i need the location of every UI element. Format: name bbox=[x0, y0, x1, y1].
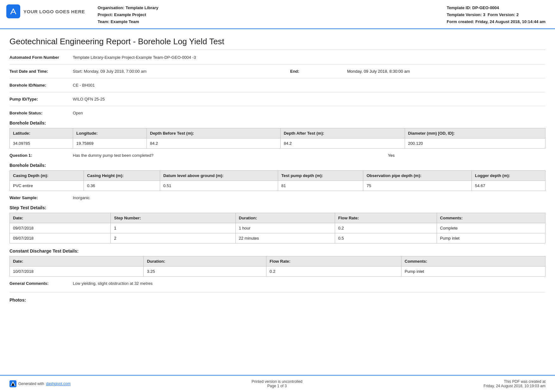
dashpivot-logo-icon bbox=[9, 380, 16, 387]
cell-cd-flow: 0.2 bbox=[266, 266, 402, 277]
cell-flow-2: 0.5 bbox=[335, 233, 437, 243]
cell-flow-1: 0.2 bbox=[335, 223, 437, 233]
cell-cd-date: 10/07/2018 bbox=[10, 266, 144, 277]
form-created-label: Form created: bbox=[447, 19, 474, 24]
logo-area: YOUR LOGO GOES HERE bbox=[6, 4, 85, 18]
col-cd-flow: Flow Rate: bbox=[266, 256, 402, 266]
cell-cd-comment: Pump inlet bbox=[401, 266, 545, 277]
start-label: Start: bbox=[73, 69, 83, 74]
form-version-label: Form Version: bbox=[488, 12, 515, 17]
cell-datum: 0.51 bbox=[160, 181, 278, 191]
col-casing-height: Casing Height (m): bbox=[84, 171, 160, 181]
cell-latitude: 34.09785 bbox=[10, 138, 73, 149]
col-cd-comments: Comments: bbox=[401, 256, 545, 266]
divider-2 bbox=[9, 78, 546, 78]
col-flow-rate: Flow Rate: bbox=[335, 213, 437, 223]
footer-link[interactable]: dashpivot.com bbox=[46, 382, 70, 386]
project-value: Example Project bbox=[114, 12, 146, 17]
table-row: PVC entire 0.36 0.51 81 75 54.67 bbox=[10, 181, 546, 191]
col-date: Date: bbox=[10, 213, 111, 223]
cell-date-2: 09/07/2018 bbox=[10, 233, 111, 243]
step-test-heading: Step Test Details: bbox=[9, 205, 546, 210]
step-test-table: Date: Step Number: Duration: Flow Rate: … bbox=[9, 213, 546, 243]
col-cd-date: Date: bbox=[10, 256, 144, 266]
col-obs-pipe: Observation pipe depth (m): bbox=[363, 171, 471, 181]
borehole-status-label: Borehole Status: bbox=[9, 111, 73, 115]
table-row: 10/07/2018 3.25 0.2 Pump inlet bbox=[10, 266, 546, 277]
start-value: Monday, 09 July 2018, 7:00:00 am bbox=[84, 69, 147, 74]
col-depth-before: Depth Before Test (m): bbox=[147, 128, 281, 138]
logo-icon bbox=[6, 4, 20, 18]
footer-right: This PDF was created at Friday, 24 Augus… bbox=[483, 379, 546, 388]
borehole-status-row: Borehole Status: Open bbox=[9, 111, 546, 115]
borehole-details-2-thead: Casing Depth (m): Casing Height (m): Dat… bbox=[10, 171, 546, 181]
test-date-label: Test Date and Time: bbox=[9, 69, 73, 74]
pump-id-row: Pump ID/Type: WILO QFN 25-25 bbox=[9, 97, 546, 101]
main-content: Geotechnical Engineering Report - Boreho… bbox=[0, 29, 555, 311]
cell-date-1: 09/07/2018 bbox=[10, 223, 111, 233]
team-label: Team: bbox=[98, 19, 109, 24]
header-template-info: Template ID: DP-GEO-0004 Template Versio… bbox=[447, 4, 546, 25]
footer-right-line1: This PDF was created at bbox=[483, 379, 546, 384]
water-sample-value: Inorganic bbox=[73, 195, 90, 200]
step-test-header-row: Date: Step Number: Duration: Flow Rate: … bbox=[10, 213, 546, 223]
col-logger: Logger depth (m): bbox=[471, 171, 545, 181]
end-label: End: bbox=[290, 69, 347, 74]
table-row: 09/07/2018 2 22 minutes 0.5 Pump inlet bbox=[10, 233, 546, 243]
col-duration: Duration: bbox=[235, 213, 335, 223]
table-row: 34.09785 19.75869 84.2 84.2 200.120 bbox=[10, 138, 546, 149]
general-comments-label: General Comments: bbox=[9, 281, 73, 286]
question1-row: Question 1: Has the dummy pump test been… bbox=[9, 153, 546, 158]
automated-form-row: Automated Form Number Template Library-E… bbox=[9, 55, 546, 60]
step-test-thead: Date: Step Number: Duration: Flow Rate: … bbox=[10, 213, 546, 223]
borehole-details-1-heading: Borehole Details: bbox=[9, 120, 546, 126]
table-row: 09/07/2018 1 1 hour 0.2 Complete bbox=[10, 223, 546, 233]
question1-text: Has the dummy pump test been completed? bbox=[73, 153, 388, 158]
col-step-number: Step Number: bbox=[111, 213, 235, 223]
cell-dur-2: 22 minutes bbox=[235, 233, 335, 243]
divider-photos bbox=[9, 292, 546, 292]
header-org-info: Organisation: Template Library Project: … bbox=[98, 4, 447, 25]
cell-step-1: 1 bbox=[111, 223, 235, 233]
water-sample-row: Water Sample: Inorganic bbox=[9, 195, 546, 200]
page-header: YOUR LOGO GOES HERE Organisation: Templa… bbox=[0, 0, 555, 29]
step-test-tbody: 09/07/2018 1 1 hour 0.2 Complete 09/07/2… bbox=[10, 223, 546, 243]
footer-center-line2: Page 1 of 3 bbox=[252, 384, 302, 388]
cell-logger: 54.67 bbox=[471, 181, 545, 191]
cell-depth-after: 84.2 bbox=[280, 138, 405, 149]
col-comments: Comments: bbox=[437, 213, 545, 223]
end-value: Monday, 09 July 2018, 8:30:00 am bbox=[347, 69, 546, 74]
cell-casing-depth: PVC entire bbox=[10, 181, 84, 191]
col-datum: Datum level above ground (m): bbox=[160, 171, 278, 181]
cell-step-2: 2 bbox=[111, 233, 235, 243]
org-label: Organisation: bbox=[98, 5, 125, 10]
col-cd-duration: Duration: bbox=[144, 256, 266, 266]
template-version-label: Template Version: bbox=[447, 12, 482, 17]
footer-left: Generated with dashpivot.com bbox=[9, 380, 71, 387]
borehole-details-1-tbody: 34.09785 19.75869 84.2 84.2 200.120 bbox=[10, 138, 546, 149]
project-label: Project: bbox=[98, 12, 113, 17]
borehole-details-1-header-row: Latitude: Longitude: Depth Before Test (… bbox=[10, 128, 546, 138]
team-value: Example Team bbox=[110, 19, 139, 24]
col-depth-after: Depth After Test (m): bbox=[280, 128, 405, 138]
col-pump-depth: Test pump depth (m): bbox=[278, 171, 363, 181]
borehole-details-2-table: Casing Depth (m): Casing Height (m): Dat… bbox=[9, 170, 546, 191]
form-version-value: 2 bbox=[516, 12, 519, 17]
constant-discharge-heading: Constant Discharge Test Details: bbox=[9, 248, 546, 254]
cell-pump-depth: 81 bbox=[278, 181, 363, 191]
constant-discharge-tbody: 10/07/2018 3.25 0.2 Pump inlet bbox=[10, 266, 546, 277]
divider-3 bbox=[9, 92, 546, 92]
col-latitude: Latitude: bbox=[10, 128, 73, 138]
cell-comment-1: Complete bbox=[437, 223, 545, 233]
cell-dur-1: 1 hour bbox=[235, 223, 335, 233]
divider-1 bbox=[9, 64, 546, 64]
general-comments-value: Low yielding, slight obstruction at 32 m… bbox=[73, 281, 153, 286]
constant-discharge-thead: Date: Duration: Flow Rate: Comments: bbox=[10, 256, 546, 266]
cell-longitude: 19.75869 bbox=[73, 138, 147, 149]
borehole-details-2-header-row: Casing Depth (m): Casing Height (m): Dat… bbox=[10, 171, 546, 181]
borehole-id-label: Borehole ID/Name: bbox=[9, 83, 73, 88]
pump-id-value: WILO QFN 25-25 bbox=[73, 97, 105, 101]
logo-text: YOUR LOGO GOES HERE bbox=[23, 9, 85, 14]
borehole-status-value: Open bbox=[73, 111, 83, 115]
borehole-id-value: CE - BH001 bbox=[73, 83, 95, 88]
